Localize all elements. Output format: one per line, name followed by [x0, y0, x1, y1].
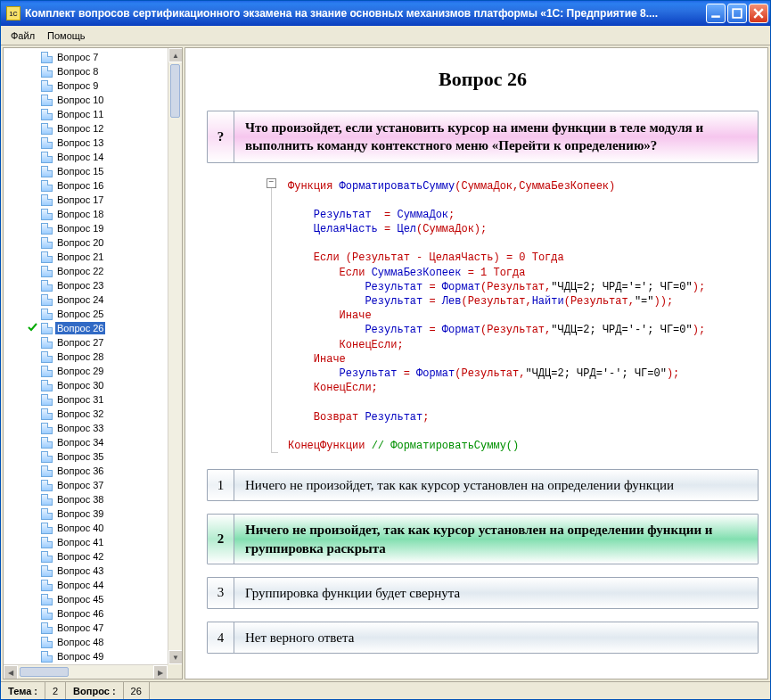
tree-item-question-30[interactable]: Вопрос 30	[4, 378, 168, 392]
tree-item-question-43[interactable]: Вопрос 43	[4, 564, 168, 578]
tree-item-question-20[interactable]: Вопрос 20	[4, 235, 168, 250]
page-icon	[41, 622, 53, 634]
tree-item-question-36[interactable]: Вопрос 36	[4, 464, 168, 478]
tree-item-question-12[interactable]: Вопрос 12	[4, 121, 168, 136]
tree-item-question-42[interactable]: Вопрос 42	[4, 549, 168, 564]
tree-item-label: Вопрос 37	[55, 479, 105, 491]
tree-item-label: Вопрос 22	[55, 265, 105, 277]
tree-item-label: Вопрос 25	[55, 308, 105, 320]
svg-rect-0	[711, 15, 720, 17]
status-theme-value: 2	[45, 682, 66, 699]
tree-item-question-13[interactable]: Вопрос 13	[4, 136, 168, 150]
tree-item-question-27[interactable]: Вопрос 27	[4, 335, 168, 350]
menu-help[interactable]: Помощь	[41, 28, 92, 44]
tree-item-label: Вопрос 45	[55, 593, 105, 605]
tree-item-label: Вопрос 16	[55, 179, 105, 192]
answer-option-4[interactable]: 4Нет верного ответа	[207, 622, 759, 654]
page-icon	[41, 537, 53, 548]
content-pane[interactable]: Вопрос 26 ? Что произойдет, если установ…	[185, 47, 768, 679]
tree-item-question-14[interactable]: Вопрос 14	[4, 150, 168, 164]
page-icon	[41, 465, 53, 477]
answer-option-2[interactable]: 2Ничего не произойдет, так как курсор ус…	[207, 514, 759, 564]
page-icon	[41, 251, 53, 263]
page-icon	[41, 608, 53, 620]
scroll-left-icon[interactable]: ◀	[4, 665, 18, 679]
tree-item-question-34[interactable]: Вопрос 34	[4, 435, 168, 449]
maximize-button[interactable]	[727, 4, 747, 23]
scroll-right-icon[interactable]: ▶	[153, 665, 168, 679]
tree-item-question-31[interactable]: Вопрос 31	[4, 392, 168, 407]
tree-item-label: Вопрос 32	[55, 408, 105, 420]
tree-item-question-8[interactable]: Вопрос 8	[4, 64, 168, 78]
minimize-button[interactable]	[706, 4, 726, 23]
tree-item-label: Вопрос 34	[55, 436, 105, 449]
tree-item-question-22[interactable]: Вопрос 22	[4, 264, 168, 278]
scroll-thumb[interactable]	[170, 64, 180, 118]
menubar: Файл Помощь	[1, 26, 770, 45]
scroll-up-icon[interactable]: ▲	[168, 48, 182, 62]
tree-item-question-32[interactable]: Вопрос 32	[4, 407, 168, 421]
tree-item-label: Вопрос 14	[55, 151, 105, 163]
scroll-down-icon[interactable]: ▼	[168, 650, 182, 664]
tree-item-question-44[interactable]: Вопрос 44	[4, 578, 168, 592]
tree-item-question-26[interactable]: Вопрос 26	[4, 321, 168, 335]
tree-item-question-37[interactable]: Вопрос 37	[4, 478, 168, 492]
tree-item-label: Вопрос 15	[55, 165, 105, 177]
tree-item-question-41[interactable]: Вопрос 41	[4, 535, 168, 549]
tree-item-label: Вопрос 13	[55, 136, 105, 149]
tree-horizontal-scrollbar[interactable]: ◀ ▶	[4, 664, 168, 679]
tree-item-question-35[interactable]: Вопрос 35	[4, 449, 168, 464]
tree-item-question-7[interactable]: Вопрос 7	[4, 50, 168, 64]
tree-item-question-21[interactable]: Вопрос 21	[4, 250, 168, 264]
status-question-label: Вопрос :	[66, 682, 123, 699]
page-icon	[41, 52, 53, 63]
tree-item-question-19[interactable]: Вопрос 19	[4, 221, 168, 235]
page-icon	[41, 408, 53, 420]
answer-number: 4	[208, 622, 234, 653]
menu-file[interactable]: Файл	[4, 28, 41, 44]
tree-item-question-49[interactable]: Вопрос 49	[4, 649, 168, 663]
titlebar[interactable]: 1C Комплект вопросов сертификационного э…	[1, 1, 770, 26]
page-icon	[41, 351, 53, 363]
question-tree[interactable]: Вопрос 7Вопрос 8Вопрос 9Вопрос 10Вопрос …	[4, 48, 168, 664]
tree-item-question-29[interactable]: Вопрос 29	[4, 364, 168, 378]
tree-item-question-11[interactable]: Вопрос 11	[4, 107, 168, 121]
tree-item-label: Вопрос 31	[55, 393, 105, 406]
page-icon	[41, 337, 53, 349]
tree-item-question-9[interactable]: Вопрос 9	[4, 78, 168, 93]
tree-item-question-33[interactable]: Вопрос 33	[4, 421, 168, 435]
tree-item-question-48[interactable]: Вопрос 48	[4, 635, 168, 649]
tree-vertical-scrollbar[interactable]: ▲ ▼	[168, 48, 182, 664]
tree-item-question-45[interactable]: Вопрос 45	[4, 592, 168, 606]
tree-item-question-15[interactable]: Вопрос 15	[4, 164, 168, 178]
tree-item-question-25[interactable]: Вопрос 25	[4, 307, 168, 321]
tree-item-question-17[interactable]: Вопрос 17	[4, 193, 168, 207]
tree-item-question-40[interactable]: Вопрос 40	[4, 521, 168, 535]
tree-item-question-28[interactable]: Вопрос 28	[4, 350, 168, 364]
tree-item-question-10[interactable]: Вопрос 10	[4, 93, 168, 107]
close-button[interactable]	[749, 4, 768, 23]
tree-item-question-46[interactable]: Вопрос 46	[4, 606, 168, 621]
page-icon	[41, 523, 53, 534]
page-icon	[41, 380, 53, 391]
tree-item-question-18[interactable]: Вопрос 18	[4, 207, 168, 221]
tree-item-question-16[interactable]: Вопрос 16	[4, 178, 168, 193]
page-icon	[41, 223, 53, 235]
tree-item-question-38[interactable]: Вопрос 38	[4, 492, 168, 506]
tree-item-question-24[interactable]: Вопрос 24	[4, 292, 168, 307]
tree-item-label: Вопрос 20	[55, 236, 105, 249]
answer-option-3[interactable]: 3Группировка функции будет свернута	[207, 577, 759, 609]
tree-item-question-39[interactable]: Вопрос 39	[4, 506, 168, 521]
question-box: ? Что произойдет, если установить курсор…	[207, 111, 759, 163]
page-icon	[41, 451, 53, 463]
window-title: Комплект вопросов сертификационного экза…	[25, 7, 706, 20]
question-heading: Вопрос 26	[207, 68, 759, 91]
tree-item-question-23[interactable]: Вопрос 23	[4, 278, 168, 292]
tree-item-question-47[interactable]: Вопрос 47	[4, 621, 168, 635]
answer-option-1[interactable]: 1Ничего не произойдет, так как курсор ус…	[207, 469, 759, 501]
tree-item-label: Вопрос 40	[55, 522, 105, 534]
page-icon	[41, 109, 53, 120]
code-sample: Функция ФорматироватьСумму(СуммаДок,Сумм…	[271, 179, 759, 454]
page-icon	[41, 194, 53, 206]
scroll-thumb[interactable]	[20, 667, 69, 677]
